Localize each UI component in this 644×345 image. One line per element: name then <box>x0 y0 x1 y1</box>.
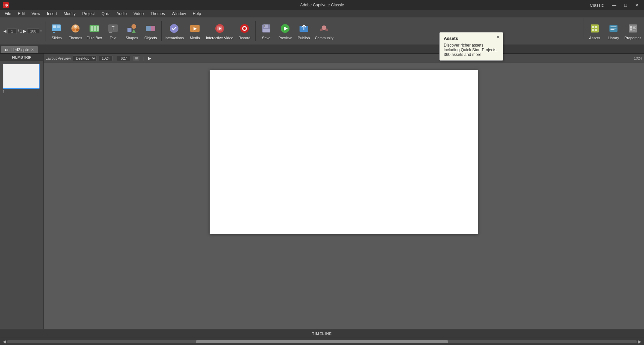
publish-tool[interactable]: Publish <box>295 18 313 44</box>
svg-rect-30 <box>264 24 268 28</box>
canvas-height-input[interactable]: 627 <box>117 56 131 61</box>
svg-point-3 <box>53 32 55 33</box>
text-label: Text <box>110 36 116 40</box>
menu-item-quiz[interactable]: Quiz <box>98 11 113 17</box>
menu-item-modify[interactable]: Modify <box>60 11 79 17</box>
svg-rect-11 <box>97 26 99 31</box>
themes-icon <box>69 22 82 34</box>
menu-item-view[interactable]: View <box>28 11 44 17</box>
menu-item-edit[interactable]: Edit <box>14 11 28 17</box>
preview-tool[interactable]: Preview <box>276 18 294 44</box>
text-icon: T <box>107 22 119 34</box>
canvas-toolbar: Layout Preview Desktop Tablet Mobile 102… <box>44 54 644 63</box>
app-title: Adobe Captivate Classic <box>300 3 344 7</box>
objects-label: Objects <box>144 36 157 40</box>
library-tool[interactable]: Library <box>604 18 623 44</box>
app-logo: Cp <box>3 2 9 8</box>
svg-point-6 <box>72 28 75 31</box>
media-icon <box>189 22 201 34</box>
fit-canvas-button[interactable]: ⊞ <box>133 55 140 61</box>
play-preview-button[interactable]: ▶ <box>147 56 152 61</box>
title-bar-left: Cp <box>3 2 9 8</box>
preset-label: Classic <box>587 2 606 8</box>
slide-thumb-image[interactable] <box>3 64 40 89</box>
slide-thumbnail-1[interactable]: 1 <box>3 64 41 94</box>
save-tool[interactable]: Save <box>257 18 275 44</box>
canvas-area: Layout Preview Desktop Tablet Mobile 102… <box>44 54 644 329</box>
next-page-button[interactable]: ▶ <box>23 29 26 33</box>
record-tool[interactable]: Record <box>235 18 254 44</box>
objects-icon <box>145 22 157 34</box>
prev-page-button[interactable]: ◀ <box>3 29 6 33</box>
horizontal-scrollbar[interactable] <box>7 340 637 343</box>
interactions-tool[interactable]: Interactions <box>163 18 185 44</box>
svg-rect-31 <box>264 25 265 27</box>
interactive-video-tool[interactable]: Interactive Video <box>205 18 235 44</box>
page-number-input[interactable]: 1 <box>7 28 17 34</box>
assets-popup-close-button[interactable]: ✕ <box>496 34 500 40</box>
svg-rect-1 <box>53 25 56 28</box>
menu-item-window[interactable]: Window <box>168 11 190 17</box>
toolbar-right: Assets Library Properties <box>583 18 643 44</box>
menu-item-video[interactable]: Video <box>130 11 147 17</box>
svg-text:T: T <box>112 25 115 31</box>
menu-bar: File Edit View Insert Modify Project Qui… <box>0 10 644 17</box>
slides-icon <box>51 22 63 34</box>
canvas-width-input[interactable]: 1024 <box>99 56 113 61</box>
interactions-label: Interactions <box>165 36 184 40</box>
objects-tool[interactable]: Objects <box>142 18 160 44</box>
tab-label: untitled2.cptx <box>5 48 29 52</box>
maximize-button[interactable]: □ <box>622 2 630 8</box>
shapes-tool[interactable]: Shapes <box>123 18 141 44</box>
slide-number: 1 <box>3 90 41 94</box>
library-icon <box>607 22 620 34</box>
interactive-video-label: Interactive Video <box>206 36 233 40</box>
themes-tool[interactable]: Themes <box>66 18 85 44</box>
menu-item-audio[interactable]: Audio <box>113 11 130 17</box>
tab-untitled2[interactable]: untitled2.cptx ✕ <box>1 46 38 53</box>
text-tool[interactable]: T Text <box>104 18 122 44</box>
slide-canvas[interactable] <box>210 70 478 234</box>
menu-item-file[interactable]: File <box>1 11 14 17</box>
scroll-right-button[interactable]: ▶ <box>637 339 643 344</box>
zoom-dropdown-button[interactable]: ▾ <box>40 29 42 33</box>
properties-tool[interactable]: Properties <box>623 18 643 44</box>
menu-item-help[interactable]: Help <box>189 11 204 17</box>
canvas-scroll-area[interactable] <box>44 63 644 329</box>
slides-label: Slides <box>52 36 62 40</box>
svg-rect-19 <box>151 26 155 31</box>
slides-tool[interactable]: Slides <box>48 18 66 44</box>
close-button[interactable]: ✕ <box>632 2 641 8</box>
page-total: 1 <box>20 29 22 33</box>
menu-item-project[interactable]: Project <box>79 11 98 17</box>
community-label: Community <box>315 36 334 40</box>
zoom-input[interactable]: 100 <box>27 28 39 34</box>
minimize-button[interactable]: — <box>609 2 619 8</box>
svg-point-38 <box>325 28 328 31</box>
assets-label: Assets <box>589 36 600 40</box>
menu-item-themes[interactable]: Themes <box>147 11 168 17</box>
media-tool[interactable]: Media <box>186 18 204 44</box>
assets-tool[interactable]: Assets <box>586 18 604 44</box>
window-controls[interactable]: Classic — □ ✕ <box>587 2 641 8</box>
svg-rect-50 <box>633 26 636 26</box>
menu-item-insert[interactable]: Insert <box>44 11 60 17</box>
svg-rect-45 <box>610 26 616 27</box>
svg-rect-39 <box>591 24 599 32</box>
properties-label: Properties <box>625 36 641 40</box>
library-label: Library <box>608 36 619 40</box>
layout-select[interactable]: Desktop Tablet Mobile <box>73 55 97 61</box>
fluid-box-tool[interactable]: Fluid Box <box>85 18 103 44</box>
svg-rect-46 <box>610 28 616 28</box>
toolbar-separator-4 <box>584 18 584 39</box>
community-tool[interactable]: Community <box>314 18 335 44</box>
properties-icon <box>627 22 639 34</box>
shapes-label: Shapes <box>125 36 138 40</box>
filmstrip-content: 1 <box>0 61 43 329</box>
scroll-left-button[interactable]: ◀ <box>1 339 7 344</box>
svg-rect-43 <box>595 29 597 31</box>
toolbar-separator-2 <box>161 21 162 41</box>
scrollbar-thumb[interactable] <box>196 340 448 343</box>
tab-close-button[interactable]: ✕ <box>31 48 34 52</box>
timeline-scroll: ◀ ▶ <box>0 338 644 345</box>
